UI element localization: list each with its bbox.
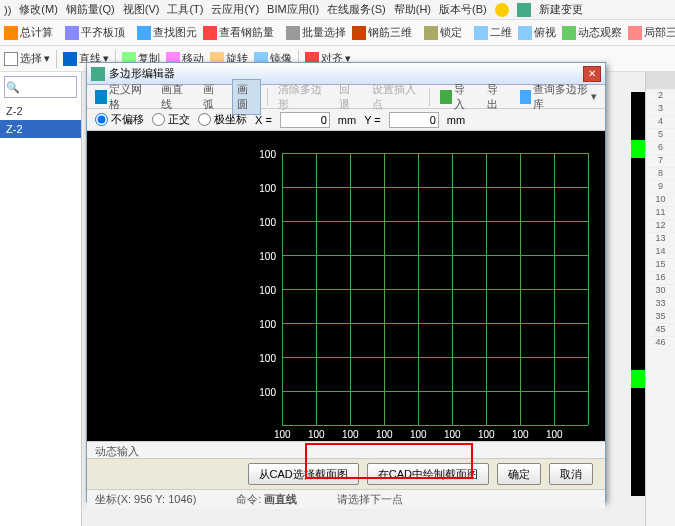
- primary-toolbar: 总计算 平齐板顶 查找图元 查看钢筋量 批量选择 钢筋三维 锁定 二维 俯视 动…: [0, 20, 675, 46]
- menu-item[interactable]: BIM应用(I): [267, 2, 319, 17]
- query-lib-button[interactable]: 查询多边形库▾: [516, 80, 601, 114]
- import-button[interactable]: 导入: [436, 80, 477, 114]
- grid-y-label: 100: [259, 149, 276, 160]
- ruler-tick[interactable]: 45: [646, 324, 675, 337]
- ruler-tick[interactable]: 35: [646, 311, 675, 324]
- tb-2d[interactable]: 二维: [474, 25, 512, 40]
- from-cad-button[interactable]: 从CAD选择截面图: [248, 463, 359, 485]
- ruler-tick[interactable]: 12: [646, 220, 675, 233]
- tb-find[interactable]: 查找图元: [137, 25, 197, 40]
- polygon-editor-dialog: 多边形编辑器 ✕ 定义网格 画直线 画弧 画圆 清除多边形 回退 设置插入点 导…: [86, 62, 606, 502]
- ruler-tick[interactable]: 30: [646, 285, 675, 298]
- tb-view-qty[interactable]: 查看钢筋量: [203, 25, 274, 40]
- tb-lock[interactable]: 锁定: [424, 25, 462, 40]
- search-input[interactable]: [21, 81, 71, 93]
- status-cmd: 命令: 画直线: [236, 492, 297, 507]
- tb-orbit[interactable]: 动态观察: [562, 25, 622, 40]
- grid-y-label: 100: [259, 353, 276, 364]
- x-label: X =: [255, 114, 272, 126]
- dialog-statusbar: 坐标(X: 956 Y: 1046) 命令: 画直线 请选择下一点: [87, 489, 605, 509]
- grid-x-label: 100: [308, 429, 325, 440]
- grid: 1001001001001001001001001001001001001001…: [282, 153, 588, 425]
- dialog-toolbar: 定义网格 画直线 画弧 画圆 清除多边形 回退 设置插入点 导入 导出 查询多边…: [87, 85, 605, 109]
- menu-item[interactable]: 帮助(H): [394, 2, 431, 17]
- cancel-button[interactable]: 取消: [549, 463, 593, 485]
- menu-item[interactable]: 版本号(B): [439, 2, 487, 17]
- ruler-tick[interactable]: 9: [646, 181, 675, 194]
- ruler-header: [646, 72, 675, 90]
- draw-arc-button[interactable]: 画弧: [199, 80, 226, 114]
- undo-button: 回退: [335, 80, 362, 114]
- main-menubar: )) 修改(M) 钢筋量(Q) 视图(V) 工具(T) 云应用(Y) BIM应用…: [0, 0, 675, 20]
- ruler-tick[interactable]: 13: [646, 233, 675, 246]
- menu-bracket: )): [4, 4, 11, 16]
- clear-poly-button: 清除多边形: [274, 80, 329, 114]
- ruler-tick[interactable]: 33: [646, 298, 675, 311]
- draw-line-button[interactable]: 画直线: [157, 80, 193, 114]
- ruler-tick[interactable]: 46: [646, 337, 675, 350]
- export-button[interactable]: 导出: [483, 80, 510, 114]
- search-input-wrap[interactable]: 🔍: [4, 76, 77, 98]
- ruler-tick[interactable]: 14: [646, 246, 675, 259]
- new-change-button[interactable]: 新建变更: [539, 2, 583, 17]
- grid-x-label: 100: [546, 429, 563, 440]
- grid-y-label: 100: [259, 251, 276, 262]
- tb-sum[interactable]: 总计算: [4, 25, 53, 40]
- grid-x-label: 100: [342, 429, 359, 440]
- grid-x-label: 100: [444, 429, 461, 440]
- ruler-tick[interactable]: 5: [646, 129, 675, 142]
- left-navigator: 🔍 Z-2 Z-2: [0, 72, 82, 526]
- define-grid-button[interactable]: 定义网格: [91, 80, 151, 114]
- ruler-tick[interactable]: 4: [646, 116, 675, 129]
- drawing-canvas[interactable]: 1001001001001001001001001001001001001001…: [87, 131, 605, 441]
- grid-x-label: 100: [376, 429, 393, 440]
- ruler-tick[interactable]: 8: [646, 168, 675, 181]
- tb2-select[interactable]: 选择▾: [4, 51, 50, 66]
- polar-radio[interactable]: 极坐标: [198, 112, 247, 127]
- ortho-radio[interactable]: 正交: [152, 112, 190, 127]
- draw-in-cad-button[interactable]: 在CAD中绘制截面图: [367, 463, 489, 485]
- tree-item-selected[interactable]: Z-2: [0, 120, 81, 138]
- tb-rebar3d[interactable]: 钢筋三维: [352, 25, 412, 40]
- viewport-strip: [631, 92, 645, 496]
- tb-local3d[interactable]: 局部三维: [628, 25, 675, 40]
- ruler-tick[interactable]: 7: [646, 155, 675, 168]
- lightbulb-icon[interactable]: [495, 3, 509, 17]
- no-offset-radio[interactable]: 不偏移: [95, 112, 144, 127]
- draw-circle-button[interactable]: 画圆: [232, 79, 261, 115]
- grid-x-label: 100: [410, 429, 427, 440]
- grid-x-label: 100: [274, 429, 291, 440]
- menu-item[interactable]: 视图(V): [123, 2, 160, 17]
- menu-item[interactable]: 工具(T): [167, 2, 203, 17]
- ruler-tick[interactable]: 3: [646, 103, 675, 116]
- status-coord: 坐标(X: 956 Y: 1046): [95, 492, 196, 507]
- ruler-tick[interactable]: 11: [646, 207, 675, 220]
- tb-flush[interactable]: 平齐板顶: [65, 25, 125, 40]
- dynamic-input-label: 动态输入: [87, 441, 605, 459]
- grid-y-label: 100: [259, 319, 276, 330]
- grid-x-label: 100: [512, 429, 529, 440]
- y-unit: mm: [447, 114, 465, 126]
- y-input[interactable]: [389, 112, 439, 128]
- ruler-tick[interactable]: 10: [646, 194, 675, 207]
- ruler-tick[interactable]: 15: [646, 259, 675, 272]
- tree-item[interactable]: Z-2: [0, 102, 81, 120]
- ruler-tick[interactable]: 2: [646, 90, 675, 103]
- y-label: Y =: [364, 114, 381, 126]
- tb-top[interactable]: 俯视: [518, 25, 556, 40]
- menu-item[interactable]: 在线服务(S): [327, 2, 386, 17]
- dialog-icon: [91, 67, 105, 81]
- dialog-button-row: 从CAD选择截面图 在CAD中绘制截面图 确定 取消: [87, 459, 605, 489]
- grid-x-label: 100: [478, 429, 495, 440]
- x-input[interactable]: [280, 112, 330, 128]
- tb-batch[interactable]: 批量选择: [286, 25, 346, 40]
- grid-y-label: 100: [259, 387, 276, 398]
- ruler-tick[interactable]: 16: [646, 272, 675, 285]
- new-change-icon[interactable]: [517, 3, 531, 17]
- search-icon: 🔍: [5, 81, 21, 94]
- menu-item[interactable]: 修改(M): [19, 2, 58, 17]
- menu-item[interactable]: 钢筋量(Q): [66, 2, 115, 17]
- ruler-tick[interactable]: 6: [646, 142, 675, 155]
- ok-button[interactable]: 确定: [497, 463, 541, 485]
- menu-item[interactable]: 云应用(Y): [211, 2, 259, 17]
